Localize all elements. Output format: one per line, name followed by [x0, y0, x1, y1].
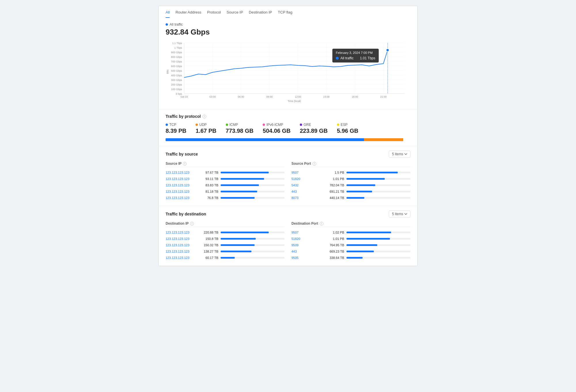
dest-ip-row-2: 123.123.123.123 150.8 TB: [166, 236, 285, 242]
dest-port-row-5: 9505 338.64 TB: [291, 255, 410, 261]
svg-text:06:00: 06:00: [238, 95, 244, 98]
svg-text:Bits: Bits: [166, 69, 169, 74]
destination-title: Traffic by destination: [166, 212, 206, 216]
source-ip-row-1: 123.123.123.123 97.67 TB: [166, 169, 285, 176]
all-traffic-dot: [166, 23, 168, 26]
svg-text:600 Gbps: 600 Gbps: [171, 65, 182, 68]
dest-ip-row-1: 123.123.123.123 220.88 TB: [166, 229, 285, 236]
source-ip-header: Source IP i: [166, 162, 285, 167]
dest-port-row-4: 443 669.23 TB: [291, 248, 410, 255]
protocol-gre: GRE 223.89 GB: [300, 123, 328, 134]
destination-columns: Destination IP i 123.123.123.123 220.88 …: [166, 221, 410, 261]
source-ip-info-icon: i: [183, 162, 187, 166]
source-port-col: Source Port i 9507 1.5 PB 51820 1.01 PB …: [291, 162, 410, 201]
chart-container: 1.1 Tbps 1 Tbps 900 Gbps 800 Gbps 700 Gb…: [166, 40, 410, 103]
dest-port-col: Destination Port i 9507 1.02 PB 51820 1.…: [291, 221, 410, 261]
dest-port-row-1: 9507 1.02 PB: [291, 229, 410, 236]
protocol-udp: UDP 1.67 PB: [196, 123, 216, 134]
tab-protocol[interactable]: Protocol: [207, 10, 221, 18]
chart-section: All traffic 932.84 Gbps 1.1 Tbps 1 Tbps …: [159, 18, 417, 109]
svg-text:03:00: 03:00: [209, 95, 216, 98]
filter-tabs: All Router Address Protocol Source IP De…: [159, 6, 417, 18]
source-section: Traffic by source 5 items Source IP i 12…: [159, 146, 417, 206]
tab-source-ip[interactable]: Source IP: [227, 10, 243, 18]
dest-ip-header: Destination IP i: [166, 221, 285, 227]
svg-text:200 Gbps: 200 Gbps: [171, 83, 182, 86]
main-container: All Router Address Protocol Source IP De…: [158, 6, 418, 266]
source-ip-row-5: 123.123.123.123 76.8 TB: [166, 195, 285, 201]
source-port-row-1: 9507 1.5 PB: [291, 169, 410, 176]
svg-text:09:00: 09:00: [266, 95, 273, 98]
icmp-value: 773.98 GB: [226, 128, 254, 134]
svg-text:300 Gbps: 300 Gbps: [171, 79, 182, 82]
svg-text:0 bps: 0 bps: [176, 92, 182, 95]
dest-dropdown-chevron-icon: [404, 213, 407, 215]
destination-items-dropdown[interactable]: 5 items: [389, 211, 410, 217]
tcp-value: 8.39 PB: [166, 128, 186, 134]
protocol-title: Traffic by protocol i: [166, 114, 410, 119]
icmp-dot: [226, 124, 228, 126]
svg-text:100 Gbps: 100 Gbps: [171, 88, 182, 91]
svg-text:800 Gbps: 800 Gbps: [171, 56, 182, 58]
all-traffic-text: All traffic: [170, 22, 183, 26]
source-ip-row-2: 123.123.123.123 93.11 TB: [166, 176, 285, 182]
svg-text:Sat 03: Sat 03: [180, 95, 188, 98]
tab-destination-ip[interactable]: Destination IP: [249, 10, 272, 18]
source-port-row-3: 5432 782.04 TB: [291, 182, 410, 188]
dropdown-chevron-icon: [404, 153, 407, 156]
svg-text:400 Gbps: 400 Gbps: [171, 74, 182, 77]
tab-tcp-flag[interactable]: TCP flag: [278, 10, 292, 18]
dest-port-info-icon: i: [320, 222, 323, 226]
svg-text:21:00: 21:00: [380, 95, 386, 98]
traffic-value: 932.84 Gbps: [166, 28, 410, 37]
protocol-ipv6icmp: IPv6-ICMP 504.06 GB: [263, 123, 291, 134]
svg-text:18:00: 18:00: [352, 95, 358, 98]
protocol-stats: TCP 8.39 PB UDP 1.67 PB ICMP 773.98 GB: [166, 123, 410, 134]
source-port-row-4: 443 691.21 TB: [291, 188, 410, 195]
ipv6icmp-dot: [263, 124, 265, 126]
ipv6icmp-value: 504.06 GB: [263, 128, 291, 134]
gre-dot: [300, 124, 302, 126]
protocol-info-icon: i: [202, 115, 206, 118]
svg-point-34: [386, 49, 389, 52]
source-items-dropdown[interactable]: 5 items: [389, 151, 410, 158]
esp-value: 5.96 GB: [337, 128, 358, 134]
svg-text:700 Gbps: 700 Gbps: [171, 60, 182, 63]
chart-svg: 1.1 Tbps 1 Tbps 900 Gbps 800 Gbps 700 Gb…: [166, 40, 410, 103]
dest-ip-info-icon: i: [190, 222, 194, 226]
bar-tcp: [166, 138, 364, 141]
tab-router-address[interactable]: Router Address: [175, 10, 201, 18]
protocol-esp: ESP 5.96 GB: [337, 123, 358, 134]
source-ip-col: Source IP i 123.123.123.123 97.67 TB 123…: [166, 162, 285, 201]
dest-port-header: Destination Port i: [291, 221, 410, 227]
svg-text:500 Gbps: 500 Gbps: [171, 69, 182, 72]
dest-port-row-2: 51820 1.01 PB: [291, 236, 410, 242]
source-port-row-5: 8073 440.14 TB: [291, 195, 410, 201]
svg-text:1 Tbps: 1 Tbps: [174, 46, 182, 49]
source-title: Traffic by source: [166, 152, 198, 156]
source-port-info-icon: i: [312, 162, 316, 166]
source-ip-row-3: 123.123.123.123 83.83 TB: [166, 182, 285, 188]
dest-ip-row-5: 123.123.123.123 60.17 TB: [166, 255, 285, 261]
protocol-icmp: ICMP 773.98 GB: [226, 123, 254, 134]
svg-text:Time (local): Time (local): [288, 100, 301, 103]
svg-text:15:00: 15:00: [323, 95, 329, 98]
dest-port-row-3: 9509 764.95 TB: [291, 242, 410, 248]
svg-text:12:00: 12:00: [295, 95, 301, 98]
svg-text:1.1 Tbps: 1.1 Tbps: [172, 42, 182, 45]
bar-udp: [364, 138, 403, 141]
tab-all[interactable]: All: [166, 10, 170, 18]
destination-section: Traffic by destination 5 items Destinati…: [159, 206, 417, 266]
source-ip-row-4: 123.123.123.123 81.18 TB: [166, 188, 285, 195]
destination-header: Traffic by destination 5 items: [166, 211, 410, 217]
svg-text:900 Gbps: 900 Gbps: [171, 51, 182, 54]
gre-value: 223.89 GB: [300, 128, 328, 134]
udp-value: 1.67 PB: [196, 128, 216, 134]
dest-ip-row-4: 123.123.123.123 138.27 TB: [166, 248, 285, 255]
source-columns: Source IP i 123.123.123.123 97.67 TB 123…: [166, 162, 410, 201]
protocol-tcp: TCP 8.39 PB: [166, 123, 186, 134]
source-port-header: Source Port i: [291, 162, 410, 167]
esp-dot: [337, 124, 339, 126]
protocol-bar: [166, 138, 410, 141]
dest-ip-col: Destination IP i 123.123.123.123 220.88 …: [166, 221, 285, 261]
